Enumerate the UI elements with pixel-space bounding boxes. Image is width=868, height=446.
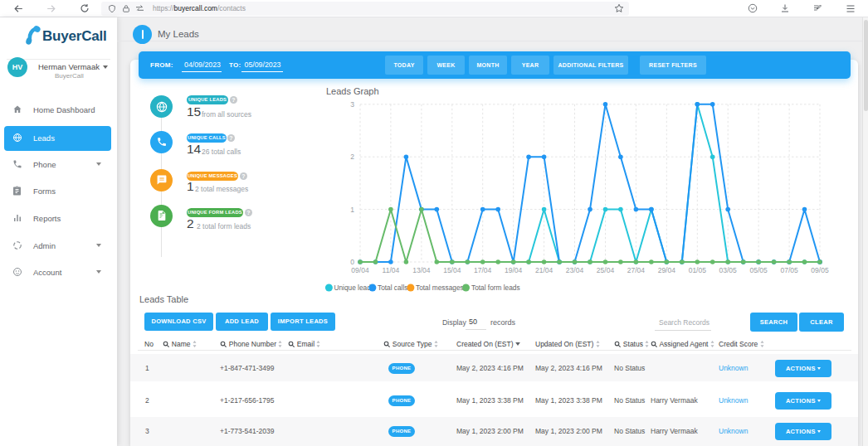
svg-text:05/05: 05/05 <box>749 266 768 274</box>
svg-text:09/05: 09/05 <box>811 266 829 274</box>
svg-text:27/04: 27/04 <box>627 266 646 274</box>
svg-text:29/04: 29/04 <box>658 266 676 274</box>
svg-text:13/04: 13/04 <box>412 266 431 274</box>
svg-text:25/04: 25/04 <box>597 266 615 274</box>
svg-text:21/04: 21/04 <box>535 266 553 274</box>
svg-text:19/04: 19/04 <box>505 266 523 274</box>
svg-text:Total form leads: Total form leads <box>471 284 520 292</box>
svg-text:15/04: 15/04 <box>443 266 461 274</box>
svg-text:17/04: 17/04 <box>474 266 492 274</box>
svg-text:03/05: 03/05 <box>719 266 738 274</box>
svg-text:23/04: 23/04 <box>566 266 584 274</box>
svg-text:Unique leads: Unique leads <box>334 284 374 292</box>
svg-text:09/04: 09/04 <box>351 266 369 274</box>
svg-text:0: 0 <box>350 258 354 266</box>
svg-text:1: 1 <box>350 206 354 214</box>
svg-text:2: 2 <box>350 153 354 161</box>
svg-text:11/04: 11/04 <box>383 266 400 274</box>
svg-text:01/05: 01/05 <box>689 266 707 274</box>
svg-text:Total messages: Total messages <box>416 284 464 292</box>
svg-text:3: 3 <box>350 100 354 109</box>
svg-text:Total calls: Total calls <box>378 284 407 292</box>
svg-text:07/05: 07/05 <box>780 266 798 274</box>
